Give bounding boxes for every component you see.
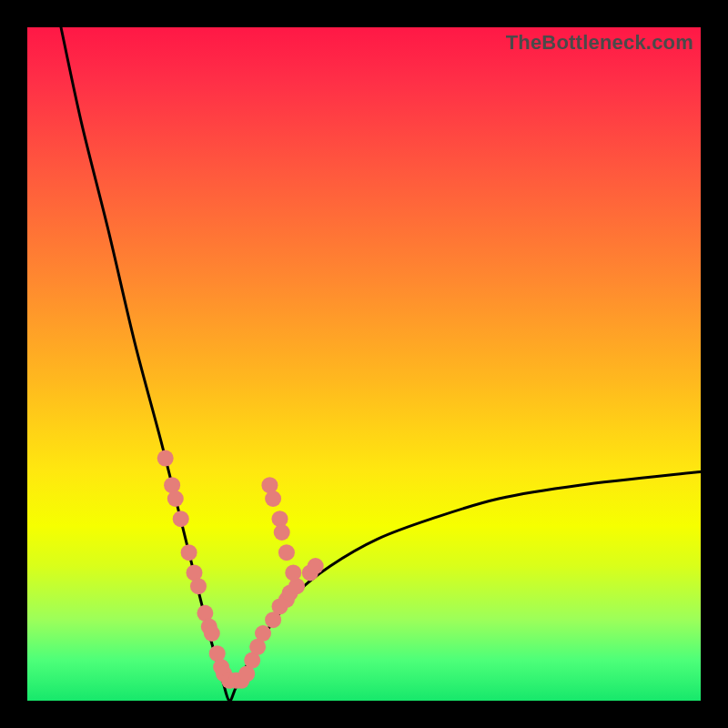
data-marker (265, 490, 281, 507)
plot-area: TheBottleneck.com (27, 27, 701, 701)
chart-stage: TheBottleneck.com (0, 0, 728, 728)
data-markers-group (157, 450, 324, 689)
data-marker (157, 450, 174, 467)
data-marker (204, 625, 220, 642)
data-marker (278, 544, 295, 561)
data-marker (308, 558, 324, 574)
data-marker (285, 564, 301, 581)
data-marker (190, 578, 207, 594)
chart-svg (27, 27, 701, 701)
data-marker (274, 524, 290, 541)
data-marker (173, 511, 189, 527)
data-marker (167, 490, 184, 507)
bottleneck-curve (61, 27, 701, 701)
data-marker (255, 625, 271, 642)
data-marker (181, 544, 197, 561)
